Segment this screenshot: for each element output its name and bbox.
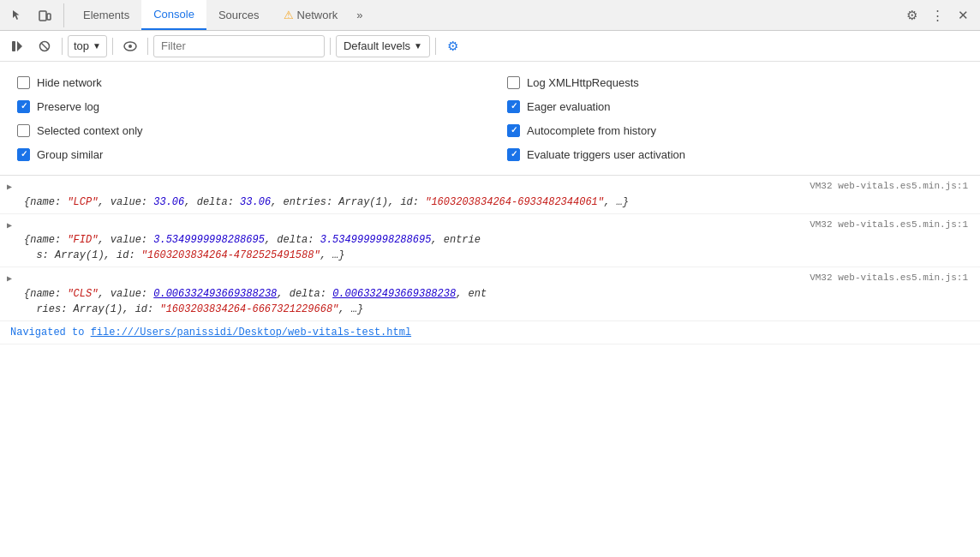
navigated-text: Navigated to [10, 326, 91, 338]
expand-lcp-icon[interactable]: ▶ [7, 181, 12, 194]
svg-line-5 [41, 43, 48, 50]
svg-rect-1 [47, 14, 51, 20]
settings-icon[interactable]: ⚙ [899, 3, 923, 27]
devtools-icons [5, 3, 64, 27]
tabs-container: Elements Console Sources ⚠ Network » [71, 0, 899, 30]
settings-right: Log XMLHttpRequests Eager evaluation Aut… [507, 70, 963, 166]
settings-panel: Hide network Preserve log Selected conte… [0, 62, 980, 176]
selected-context-label: Selected context only [37, 124, 143, 137]
console-entry-cls: VM32 web-vitals.es5.min.js:1 ▶ {name: "C… [0, 267, 980, 321]
evaluate-triggers-label: Evaluate triggers user activation [527, 148, 685, 161]
evaluate-triggers-checkbox[interactable] [507, 148, 520, 161]
filter-input[interactable] [153, 35, 325, 57]
preserve-log-label: Preserve log [37, 100, 99, 113]
expand-cls-icon[interactable]: ▶ [7, 273, 12, 285]
console-entry-fid: VM32 web-vitals.es5.min.js:1 ▶ {name: "F… [0, 214, 980, 268]
expand-fid-icon[interactable]: ▶ [7, 219, 12, 232]
log-xhr-checkbox[interactable] [507, 76, 520, 89]
setting-hide-network[interactable]: Hide network [17, 70, 473, 94]
setting-autocomplete[interactable]: Autocomplete from history [507, 118, 963, 142]
setting-group-similar[interactable]: Group similar [17, 142, 473, 166]
tab-console[interactable]: Console [141, 0, 206, 30]
device-icon[interactable] [33, 3, 57, 27]
toolbar-divider-2 [112, 38, 113, 55]
console-output: VM32 web-vitals.es5.min.js:1 ▶ {name: "L… [0, 176, 980, 557]
preserve-log-checkbox[interactable] [17, 100, 30, 113]
entry-source-cls[interactable]: VM32 web-vitals.es5.min.js:1 [24, 271, 975, 285]
autocomplete-checkbox[interactable] [507, 124, 520, 137]
entry-source-lcp[interactable]: VM32 web-vitals.es5.min.js:1 [24, 179, 975, 194]
svg-marker-3 [17, 41, 22, 51]
tab-sources[interactable]: Sources [206, 0, 272, 30]
console-settings-icon[interactable]: ⚙ [441, 34, 465, 58]
svg-rect-2 [12, 41, 15, 51]
play-icon[interactable] [5, 34, 29, 58]
log-xhr-label: Log XMLHttpRequests [527, 76, 639, 89]
console-entry-lcp: VM32 web-vitals.es5.min.js:1 ▶ {name: "L… [0, 176, 980, 214]
chevron-down-icon: ▼ [93, 41, 101, 51]
more-tabs-button[interactable]: » [350, 9, 369, 21]
cursor-icon[interactable] [5, 3, 29, 27]
console-toolbar: top ▼ Default levels ▼ ⚙ [0, 31, 980, 62]
setting-evaluate-triggers[interactable]: Evaluate triggers user activation [507, 142, 963, 166]
navigate-url-link[interactable]: file:///Users/panissidi/Desktop/web-vita… [91, 326, 411, 338]
group-similar-checkbox[interactable] [17, 148, 30, 161]
eager-eval-checkbox[interactable] [507, 100, 520, 113]
network-warning-icon: ⚠ [284, 9, 294, 21]
svg-point-7 [128, 45, 132, 48]
toolbar-divider-5 [435, 38, 436, 55]
autocomplete-label: Autocomplete from history [527, 124, 656, 137]
group-similar-label: Group similar [37, 148, 103, 161]
tab-elements[interactable]: Elements [71, 0, 141, 30]
setting-eager-eval[interactable]: Eager evaluation [507, 94, 963, 118]
tab-network[interactable]: ⚠ Network [272, 0, 350, 30]
svg-rect-0 [39, 11, 46, 21]
levels-chevron-icon: ▼ [414, 41, 422, 51]
navigate-entry: Navigated to file:///Users/panissidi/Des… [0, 321, 980, 344]
hide-network-label: Hide network [37, 76, 102, 89]
eye-icon[interactable] [118, 34, 142, 58]
setting-log-xhr[interactable]: Log XMLHttpRequests [507, 70, 963, 94]
context-select[interactable]: top ▼ [68, 35, 107, 57]
toolbar-divider-1 [62, 38, 63, 55]
entry-source-fid[interactable]: VM32 web-vitals.es5.min.js:1 [24, 218, 975, 232]
default-levels-dropdown[interactable]: Default levels ▼ [336, 35, 430, 57]
selected-context-checkbox[interactable] [17, 124, 30, 137]
more-options-icon[interactable]: ⋮ [925, 3, 949, 27]
close-icon[interactable]: ✕ [951, 3, 975, 27]
toolbar-divider-3 [147, 38, 148, 55]
setting-preserve-log[interactable]: Preserve log [17, 94, 473, 118]
hide-network-checkbox[interactable] [17, 76, 30, 89]
main-content: top ▼ Default levels ▼ ⚙ Hide network [0, 31, 980, 557]
tab-bar-right-actions: ⚙ ⋮ ✕ [899, 3, 975, 27]
block-icon[interactable] [33, 34, 57, 58]
eager-eval-label: Eager evaluation [527, 100, 611, 113]
tab-bar: Elements Console Sources ⚠ Network » ⚙ ⋮… [0, 0, 980, 31]
toolbar-divider-4 [330, 38, 331, 55]
settings-left: Hide network Preserve log Selected conte… [17, 70, 473, 166]
setting-selected-context[interactable]: Selected context only [17, 118, 473, 142]
